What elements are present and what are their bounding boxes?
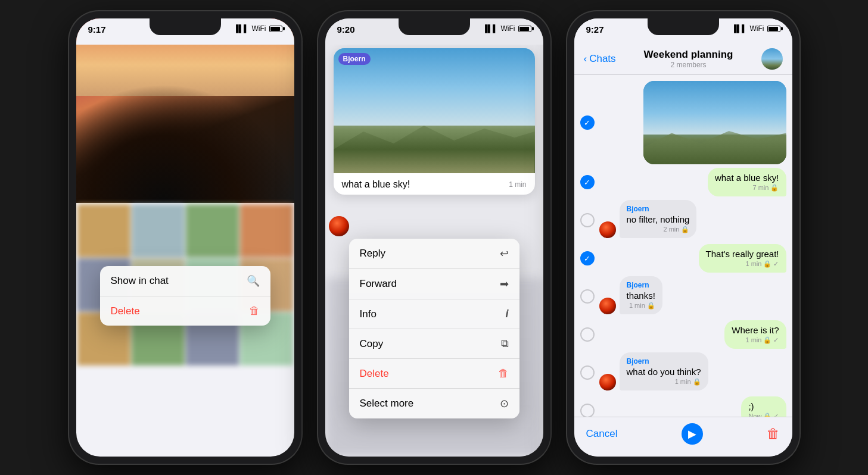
select-circle-think[interactable] [580,365,595,380]
message-photo-2: Bjoern [334,48,535,173]
select-circle-thanks[interactable] [580,289,595,304]
forward-button-3[interactable]: ▶ [682,423,703,445]
phone-1: 9:17 ▐▌▌ WiFi [69,11,301,464]
status-icons-2: ▐▌▌ WiFi [483,24,531,33]
avatar-bjoern-1 [599,221,616,238]
chat-image-msg-3 [643,81,786,164]
msg-think-msg: Bjoern what do you think? 1 min 🔒 [599,352,786,390]
info-icon: i [505,308,508,320]
signal-icon-2: ▐▌▌ [483,24,498,33]
select-circle-where[interactable] [580,327,595,342]
phone-3: 9:27 ▐▌▌ WiFi ‹ Chats Weekend planning 2… [567,11,799,464]
phone3-screen: 9:27 ▐▌▌ WiFi ‹ Chats Weekend planning 2… [574,18,792,457]
delete-icon-1: 🗑 [249,305,260,317]
context-menu-1: Show in chat 🔍 Delete 🗑 [100,266,270,326]
bubble-wink: ;) Now 🔒 ✓ [741,396,786,417]
context-reply-label: Reply [360,248,385,260]
msg-image-row: ✓ [580,81,786,164]
gallery-cell-3 [186,204,239,257]
notch-3 [648,18,719,35]
chat-bottom-bar-3: Cancel ▶ 🗑 [574,417,792,457]
reply-icon: ↩ [500,247,509,260]
bubble-bluesky-text: what a blue sky! [715,173,779,183]
notch-1 [150,18,221,35]
context-delete-1[interactable]: Delete 🗑 [100,296,270,326]
copy-icon: ⧉ [501,338,509,350]
signal-icon-3: ▐▌▌ [732,24,747,33]
context-forward[interactable]: Forward ➡ [349,269,519,299]
back-button-3[interactable]: ‹ Chats [584,53,616,65]
select-circle-wink[interactable] [580,404,595,417]
forward-icon: ➡ [500,277,509,290]
msg-card-text-2: what a blue sky! [342,179,410,190]
avatar-bjoern-3 [599,374,616,390]
chat-title-3: Weekend planning [644,49,733,61]
phones-container: 9:17 ▐▌▌ WiFi [69,11,799,464]
show-in-chat-icon: 🔍 [247,274,260,288]
bubble-think-text: what do you think? [627,367,701,377]
context-select-more-label: Select more [360,398,414,410]
bubble-think-sender: Bjoern [627,357,701,365]
msg-thanks-msg: Bjoern thanks! 1 min 🔒 [599,276,786,314]
gallery-cell-1 [77,204,130,257]
context-delete-2-label: Delete [360,368,389,380]
phone2-screen: 9:20 ▐▌▌ WiFi Bjoern what a blue sky! [325,18,543,457]
chat-avatar-3[interactable] [761,48,783,70]
msg-great-row: ✓ That's really great! 1 min 🔒 ✓ [580,244,786,273]
select-circle-bluesky[interactable]: ✓ [580,175,595,189]
bubble-thanks-sender: Bjoern [627,281,655,289]
cancel-button-3[interactable]: Cancel [586,428,618,440]
context-show-in-chat[interactable]: Show in chat 🔍 [100,266,270,296]
msg-nofilter-row: Bjoern no filter, nothing 2 min 🔒 [580,200,786,240]
status-icons-1: ▐▌▌ WiFi [234,24,282,33]
gallery-cell-2 [132,204,185,257]
phone1-screen: 9:17 ▐▌▌ WiFi [76,18,294,457]
gallery-cell-4 [240,204,293,257]
messages-area-3: ✓ ✓ what a blue sky! 7 min 🔒 [574,75,792,417]
msg-card-time-2: 1 min [509,180,526,189]
bubble-wink-text: ;) [748,401,779,411]
photo-full-1 [76,18,294,203]
avatar-bjoern-2 [599,298,616,314]
chat-image-sky-3 [643,81,786,135]
msg-bluesky-row: ✓ what a blue sky! 7 min 🔒 [580,168,786,196]
forward-arrow-icon: ▶ [688,427,696,440]
chat-subtitle-3: 2 members [644,61,733,69]
status-icons-3: ▐▌▌ WiFi [732,24,780,33]
bubble-nofilter-meta: 2 min 🔒 [627,226,690,233]
msg-card-footer-2: what a blue sky! 1 min [334,173,535,195]
context-reply[interactable]: Reply ↩ [349,239,519,269]
context-info[interactable]: Info i [349,299,519,329]
phone-2: 9:20 ▐▌▌ WiFi Bjoern what a blue sky! [318,11,550,464]
chat-header-center-3: Weekend planning 2 members [644,49,733,69]
select-circle-nofilter[interactable] [580,213,595,227]
battery-icon-3 [767,26,780,32]
back-label-3: Chats [589,53,615,65]
wifi-icon-2: WiFi [501,24,515,33]
context-copy[interactable]: Copy ⧉ [349,329,519,359]
notch-2 [399,18,470,35]
context-delete-2[interactable]: Delete 🗑 [349,359,519,389]
select-circle-image[interactable]: ✓ [580,115,595,130]
msg-where-row: Where is it? 1 min 🔒 ✓ [580,320,786,349]
battery-icon-1 [269,26,282,32]
bubble-thanks: Bjoern thanks! 1 min 🔒 [620,276,662,314]
bubble-bluesky-meta: 7 min 🔒 [715,184,779,192]
context-menu-2: Reply ↩ Forward ➡ Info i Copy ⧉ Delete [349,239,519,418]
delete-icon-2: 🗑 [498,367,509,380]
bubble-great-meta: 1 min 🔒 ✓ [706,260,779,268]
tree-silhouette-1 [76,84,294,203]
sender-avatar-2 [329,216,349,236]
wifi-icon-1: WiFi [252,24,266,33]
context-select-more[interactable]: Select more ⊙ [349,389,519,418]
context-show-in-chat-label: Show in chat [111,275,169,287]
context-info-label: Info [360,308,377,320]
delete-button-3[interactable]: 🗑 [767,426,780,442]
select-circle-great[interactable]: ✓ [580,251,595,265]
bubble-where: Where is it? 1 min 🔒 ✓ [724,320,786,349]
context-copy-label: Copy [360,338,384,350]
signal-icon-1: ▐▌▌ [234,24,249,33]
context-forward-label: Forward [360,278,397,290]
bubble-nofilter-text: no filter, nothing [627,214,690,224]
bubble-nofilter-sender: Bjoern [627,205,690,213]
